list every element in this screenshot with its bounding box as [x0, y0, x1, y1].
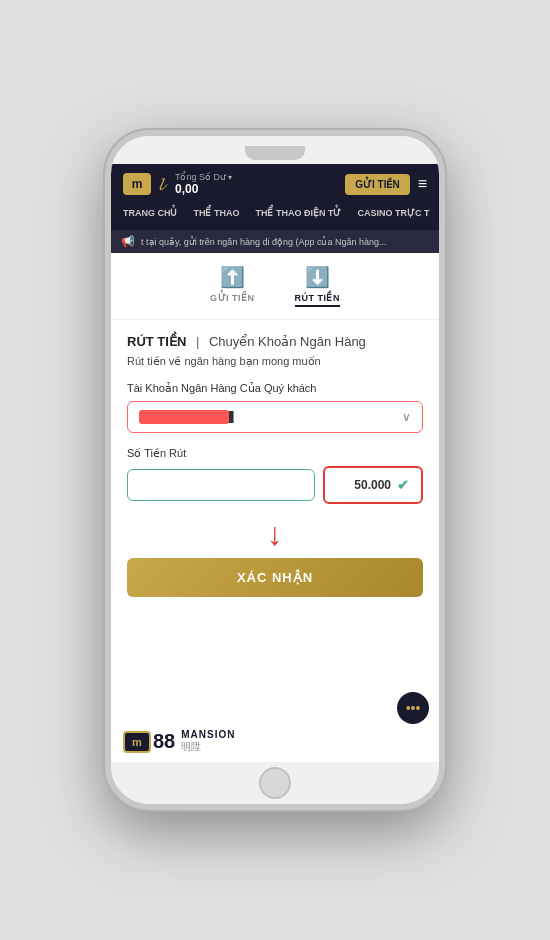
- redacted-bank-info: [139, 410, 229, 424]
- check-circle-icon: ✔: [397, 477, 409, 493]
- confirm-button[interactable]: XÁC NHẬN: [127, 558, 423, 597]
- phone-top-bar: [111, 136, 439, 164]
- title-separator: |: [196, 334, 203, 349]
- phone-frame: m 𝓵 Tổng Số Dư ▾ 0,00 GỬI TIỀN ≡ TRANG C…: [105, 130, 445, 810]
- bank-select-wrapper: ████████████ ∨: [127, 401, 423, 433]
- brand-88: 88: [153, 730, 175, 753]
- withdraw-icon: ⬇️: [305, 265, 330, 289]
- main-content: RÚT TIỀN | Chuyển Khoản Ngân Hàng Rút ti…: [111, 320, 439, 721]
- home-button[interactable]: [259, 767, 291, 799]
- footer-brand: m 88 MANSION 明陞: [111, 721, 439, 762]
- amount-input[interactable]: [127, 469, 315, 501]
- nav-trang-chu[interactable]: TRANG CHỦ: [115, 204, 186, 222]
- nav-casino[interactable]: CASINO TRỰC T: [350, 204, 438, 222]
- nav-the-thao-dien-tu[interactable]: THỂ THAO ĐIỆN TỬ: [248, 204, 350, 222]
- ticker-bar: 📢 t tại quầy, gửi trên ngân hàng di động…: [111, 230, 439, 253]
- logo-m88: m: [123, 173, 151, 195]
- header: m 𝓵 Tổng Số Dư ▾ 0,00 GỬI TIỀN ≡: [111, 164, 439, 204]
- phone-notch: [245, 146, 305, 160]
- brand-logo: m 88: [123, 730, 175, 753]
- brand-m-icon: m: [123, 731, 151, 753]
- amount-display: 50.000 ✔: [323, 466, 423, 504]
- header-right: GỬI TIỀN ≡: [345, 174, 427, 195]
- balance-label-text: Tổng Số Dư: [175, 172, 226, 182]
- tab-rut-tien-label: RÚT TIỀN: [295, 293, 341, 303]
- down-arrow-icon: ↓: [267, 518, 283, 550]
- page-title: RÚT TIỀN | Chuyển Khoản Ngân Hàng: [127, 334, 423, 349]
- announcement-icon: 📢: [121, 235, 135, 248]
- chevron-down-icon: ▾: [228, 173, 232, 182]
- page-description: Rút tiền về ngân hàng bạn mong muốn: [127, 355, 423, 368]
- ticker-text: t tại quầy, gửi trên ngân hàng di động (…: [141, 237, 386, 247]
- header-left: m 𝓵 Tổng Số Dư ▾ 0,00: [123, 172, 232, 196]
- page-subtitle: Chuyển Khoản Ngân Hàng: [209, 334, 366, 349]
- nav-the-thao[interactable]: THỂ THAO: [186, 204, 248, 222]
- nav-bar: TRANG CHỦ THỂ THAO THỂ THAO ĐIỆN TỬ CASI…: [111, 204, 439, 230]
- balance-amount: 0,00: [175, 182, 198, 196]
- header-deposit-button[interactable]: GỬI TIỀN: [345, 174, 409, 195]
- hamburger-icon[interactable]: ≡: [418, 175, 427, 193]
- tab-rut-tien[interactable]: ⬇️ RÚT TIỀN: [295, 265, 341, 307]
- amount-value: 50.000: [354, 478, 391, 492]
- amount-label: Số Tiền Rút: [127, 447, 423, 460]
- page-title-main: RÚT TIỀN: [127, 334, 186, 349]
- header-balance[interactable]: Tổng Số Dư ▾ 0,00: [175, 172, 232, 196]
- deposit-icon: ⬆️: [220, 265, 245, 289]
- tab-gui-tien[interactable]: ⬆️ GỬI TIỀN: [210, 265, 255, 307]
- tab-gui-tien-label: GỬI TIỀN: [210, 293, 255, 303]
- float-chat-button[interactable]: •••: [397, 692, 429, 724]
- balance-label: Tổng Số Dư ▾: [175, 172, 232, 182]
- logo-slash: 𝓵: [157, 174, 163, 195]
- chat-icon: •••: [406, 700, 421, 716]
- brand-mansion: MANSION: [181, 729, 235, 740]
- amount-input-row: 50.000 ✔: [127, 466, 423, 504]
- phone-bottom: [111, 762, 439, 804]
- brand-chinese: 明陞: [181, 740, 235, 754]
- tab-section: ⬆️ GỬI TIỀN ⬇️ RÚT TIỀN: [111, 253, 439, 320]
- brand-text: MANSION 明陞: [181, 729, 235, 754]
- arrow-container: ↓: [127, 518, 423, 550]
- phone-screen: m 𝓵 Tổng Số Dư ▾ 0,00 GỬI TIỀN ≡ TRANG C…: [111, 164, 439, 762]
- amount-input-group: 50.000 ✔: [127, 466, 423, 504]
- bank-label: Tài Khoản Ngân Hàng Của Quý khách: [127, 382, 423, 395]
